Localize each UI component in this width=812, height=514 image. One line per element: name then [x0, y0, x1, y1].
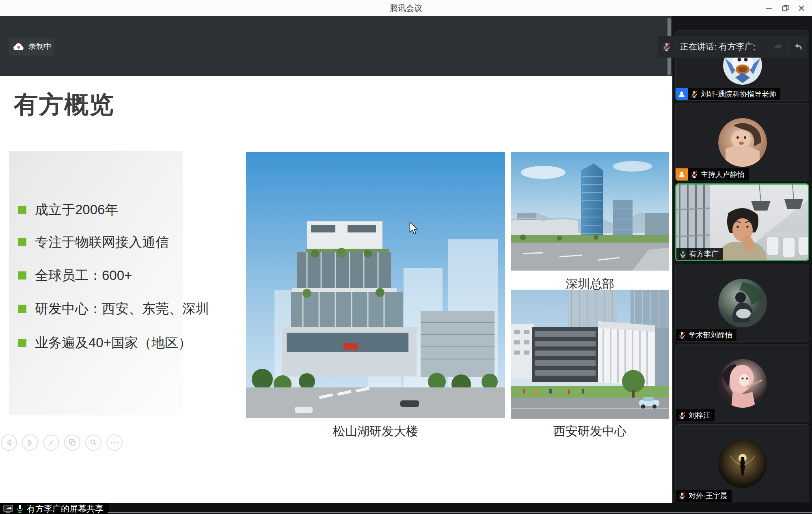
bullet-text: 成立于2006年	[35, 201, 118, 219]
photo-shenzhen-hq	[511, 152, 669, 271]
bottom-bar: 有方李广的屏幕共享	[0, 503, 812, 514]
screen-share-banner[interactable]: 有方李广的屏幕共享	[0, 503, 109, 514]
bullet-square-icon	[18, 206, 26, 214]
dark-glow-avatar-image	[718, 439, 767, 488]
cloud-record-icon	[13, 42, 25, 51]
pen-icon	[48, 439, 55, 446]
participant-name: 刘梓江	[689, 411, 710, 420]
ellipsis-icon	[110, 441, 119, 444]
photo-songshanhu-building	[246, 152, 505, 418]
avatar	[718, 439, 767, 488]
bullet-square-icon	[18, 238, 26, 246]
minimize-button[interactable]	[761, 0, 777, 16]
participant-name: 对外-王宇晨	[689, 491, 728, 501]
participant-tile[interactable]: 对外-王宇晨	[675, 424, 809, 502]
participant-namebar: 对外-王宇晨	[676, 490, 732, 502]
outdoor-avatar-image	[718, 279, 767, 327]
host-badge-icon	[676, 168, 688, 181]
title-bar: 腾讯会议	[0, 0, 812, 17]
muted-mic-icon	[690, 170, 698, 179]
bullet-item: 成立于2006年	[18, 200, 246, 219]
mouse-cursor	[409, 222, 419, 234]
participants-sidebar: 刘轩-通院科协指导老师	[672, 16, 812, 503]
window-controls	[761, 0, 810, 16]
slide-title: 有方概览	[14, 88, 114, 121]
restore-icon	[782, 5, 789, 12]
bullet-text: 全球员工：600+	[35, 267, 132, 285]
caption-shenzhen: 深圳总部	[511, 277, 669, 291]
bullet-item: 业务遍及40+国家（地区）	[18, 333, 246, 353]
muted-mic-icon[interactable]	[662, 42, 672, 52]
slides-icon	[69, 439, 76, 446]
speaking-now-label: 正在讲话: 有方李广;	[680, 41, 768, 52]
slide-nav-controls	[1, 434, 123, 451]
participant-name: 主持人卢静怡	[701, 170, 745, 179]
avatar	[718, 118, 767, 167]
next-icon	[27, 439, 33, 446]
shared-screen-stage: 录制中 有方概览 成立于2006年 专注于物联网接入通信 全球员工：600+ 研…	[0, 16, 672, 503]
prev-icon	[6, 439, 12, 446]
member-badge-icon	[676, 88, 688, 100]
pink-hood-avatar-image	[718, 359, 767, 408]
office-illustration	[511, 290, 669, 419]
prev-slide-button[interactable]	[1, 434, 17, 451]
undo-arrow-icon[interactable]	[793, 42, 803, 52]
bullet-text: 专注于物联网接入通信	[35, 233, 169, 252]
caption-songshanhu: 松山湖研发大楼	[246, 424, 505, 439]
bullet-text: 研发中心：西安、东莞、深圳	[35, 300, 209, 318]
building-illustration	[246, 152, 505, 418]
participant-tile[interactable]: 主持人卢静怡	[675, 103, 809, 181]
meeting-window: 腾讯会议	[0, 0, 812, 514]
window-title: 腾讯会议	[0, 0, 812, 16]
participant-namebar: 有方李广	[676, 248, 723, 260]
more-button[interactable]	[106, 434, 123, 451]
layout-flags-icon[interactable]	[772, 42, 784, 52]
participant-tile-speaking[interactable]: 有方李广	[675, 183, 809, 261]
divider	[788, 41, 788, 52]
skyline-illustration	[511, 152, 669, 271]
participant-namebar: 刘轩-通院科协指导老师	[676, 88, 780, 100]
slide-panel-button[interactable]	[64, 434, 80, 451]
participant-name: 有方李广	[689, 249, 719, 259]
muted-mic-icon	[678, 331, 686, 339]
window-edge-line	[108, 512, 812, 513]
share-banner-label: 有方李广的屏幕共享	[27, 503, 104, 514]
bullet-item: 全球员工：600+	[18, 266, 246, 285]
caption-xian: 西安研发中心	[511, 424, 669, 439]
maximize-button[interactable]	[777, 0, 793, 16]
bullet-square-icon	[18, 339, 26, 347]
participant-tile[interactable]: 刘梓江	[675, 344, 809, 422]
speaking-indicator-bar: 正在讲话: 有方李广;	[658, 36, 807, 58]
close-button[interactable]	[793, 0, 810, 16]
avatar	[718, 279, 767, 327]
mic-active-icon	[16, 504, 24, 513]
baby-avatar-image	[718, 118, 767, 167]
divider	[676, 41, 676, 52]
bullet-text: 业务遍及40+国家（地区）	[35, 334, 192, 352]
participant-namebar: 主持人卢静怡	[676, 168, 749, 181]
zoom-button[interactable]	[85, 434, 102, 451]
next-slide-button[interactable]	[22, 434, 38, 451]
screen-share-icon	[3, 505, 13, 513]
participant-name: 刘轩-通院科协指导老师	[701, 89, 776, 99]
recording-label: 录制中	[28, 41, 52, 52]
photo-xian-center	[511, 290, 669, 419]
bullet-item: 专注于物联网接入通信	[18, 232, 246, 252]
participant-tile[interactable]: 学术部刘静怡	[675, 264, 809, 342]
participant-namebar: 刘梓江	[676, 409, 715, 422]
recording-badge[interactable]: 录制中	[9, 38, 54, 56]
close-icon	[798, 5, 805, 11]
bullet-square-icon	[18, 271, 26, 280]
active-mic-icon	[679, 250, 687, 258]
muted-mic-icon	[678, 411, 686, 419]
magnifier-icon	[90, 439, 97, 446]
minimize-icon	[766, 5, 772, 11]
participant-namebar: 学术部刘静怡	[676, 329, 736, 341]
annotate-button[interactable]	[43, 434, 59, 451]
presentation-slide: 有方概览 成立于2006年 专注于物联网接入通信 全球员工：600+ 研发中心：…	[0, 76, 672, 503]
muted-mic-icon	[690, 90, 698, 98]
muted-mic-icon	[678, 492, 686, 500]
avatar	[718, 359, 767, 408]
bullet-item: 研发中心：西安、东莞、深圳	[18, 299, 246, 318]
participant-name: 学术部刘静怡	[689, 330, 732, 340]
